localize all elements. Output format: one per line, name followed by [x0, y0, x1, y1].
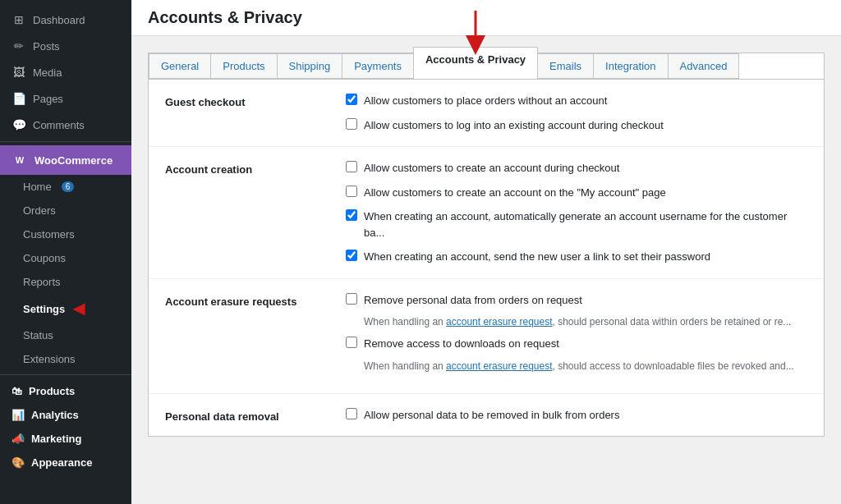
guest-checkout-section: Guest checkout Allow customers to place … [149, 80, 824, 147]
sidebar-item-home[interactable]: Home 6 [0, 175, 131, 199]
content-area: General Products Shipping Payments Acc [131, 36, 841, 453]
media-icon: 🖼 [11, 65, 26, 80]
tab-accounts-privacy[interactable]: Accounts & Privacy [413, 47, 538, 72]
orders-label: Orders [23, 204, 56, 217]
personal-data-checkbox-1[interactable] [346, 408, 357, 419]
sidebar-item-label: Pages [33, 93, 63, 105]
account-erasure-row-1: Remove personal data from orders on requ… [346, 292, 807, 309]
account-creation-row-2: Allow customers to create an account on … [346, 185, 807, 201]
guest-checkout-label-2: Allow customers to log into an existing … [364, 117, 664, 134]
account-creation-label-2: Allow customers to create an account on … [364, 185, 666, 201]
tab-emails[interactable]: Emails [537, 53, 594, 79]
sidebar-item-extensions[interactable]: Extensions [0, 347, 131, 371]
account-creation-section: Account creation Allow customers to crea… [149, 147, 824, 279]
account-creation-checkbox-2[interactable] [346, 186, 357, 197]
marketing-label: Marketing [31, 433, 81, 445]
account-creation-label-4: When creating an account, send the new u… [364, 249, 710, 265]
guest-checkout-row-1: Allow customers to place orders without … [346, 93, 807, 109]
sidebar-item-comments[interactable]: 💬 Comments [0, 112, 131, 138]
guest-checkout-label-1: Allow customers to place orders without … [364, 93, 607, 109]
account-erasure-label-2: Remove access to downloads on request [364, 336, 559, 352]
account-creation-content: Allow customers to create an account dur… [346, 160, 807, 265]
account-erasure-help-1: When handling an account erasure request… [346, 316, 807, 328]
personal-data-row-1: Allow personal data to be removed in bul… [346, 407, 807, 424]
account-erasure-help-2: When handling an account erasure request… [346, 360, 807, 372]
products-label: Products [29, 385, 75, 397]
dashboard-icon: ⊞ [11, 12, 26, 27]
account-creation-row-3: When creating an account, automatically … [346, 208, 807, 241]
account-erasure-checkbox-1[interactable] [346, 293, 357, 305]
sidebar-item-label: Posts [33, 40, 60, 53]
sidebar-item-reports[interactable]: Reports [0, 270, 131, 294]
tab-integration[interactable]: Integration [593, 53, 668, 79]
tab-payments[interactable]: Payments [342, 53, 414, 79]
coupons-label: Coupons [23, 252, 66, 264]
erasure-request-link-2[interactable]: account erasure request [446, 360, 552, 372]
woo-icon: W [11, 152, 28, 168]
account-creation-label-3: When creating an account, automatically … [364, 208, 807, 241]
analytics-icon: 📊 [11, 409, 25, 421]
appearance-icon: 🎨 [11, 456, 25, 469]
tab-shipping[interactable]: Shipping [277, 53, 343, 79]
page-header: Accounts & Privacy [131, 0, 841, 36]
account-creation-checkbox-1[interactable] [346, 161, 357, 172]
sidebar: ⊞ Dashboard ✏ Posts 🖼 Media 📄 Pages 💬 Co… [0, 0, 131, 504]
sidebar-item-label: Dashboard [33, 14, 85, 26]
analytics-label: Analytics [31, 409, 79, 421]
home-badge: 6 [62, 181, 75, 192]
woocommerce-submenu: Home 6 Orders Customers Coupons Reports … [0, 175, 131, 371]
products-icon: 🛍 [11, 385, 22, 397]
account-erasure-section: Account erasure requests Remove personal… [149, 279, 824, 394]
sidebar-item-status[interactable]: Status [0, 323, 131, 347]
settings-tabs: General Products Shipping Payments Acc [148, 53, 825, 80]
sidebar-appearance[interactable]: 🎨 Appearance [0, 450, 131, 474]
customers-label: Customers [23, 228, 75, 241]
sidebar-item-pages[interactable]: 📄 Pages [0, 85, 131, 112]
appearance-label: Appearance [31, 456, 92, 469]
sidebar-item-dashboard[interactable]: ⊞ Dashboard [0, 7, 131, 33]
sidebar-item-posts[interactable]: ✏ Posts [0, 33, 131, 59]
account-erasure-title: Account erasure requests [165, 292, 329, 308]
settings-table: Guest checkout Allow customers to place … [148, 80, 825, 437]
guest-checkout-checkbox-2[interactable] [346, 118, 357, 130]
sidebar-item-label: Comments [33, 119, 85, 131]
tab-products[interactable]: Products [210, 53, 277, 79]
sidebar-analytics[interactable]: 📊 Analytics [0, 402, 131, 426]
sidebar-item-label: Media [33, 66, 62, 79]
sidebar-products[interactable]: 🛍 Products [0, 378, 131, 402]
account-creation-title: Account creation [165, 160, 329, 176]
sidebar-woocommerce[interactable]: W WooCommerce [0, 145, 131, 175]
settings-label: Settings [23, 303, 65, 315]
extensions-label: Extensions [23, 353, 76, 365]
personal-data-title: Personal data removal [165, 407, 329, 423]
account-erasure-checkbox-2[interactable] [346, 337, 357, 348]
reports-label: Reports [23, 276, 61, 288]
tab-advanced[interactable]: Advanced [668, 53, 740, 79]
sidebar-item-orders[interactable]: Orders [0, 199, 131, 222]
sidebar-marketing[interactable]: 📣 Marketing [0, 426, 131, 450]
account-erasure-content: Remove personal data from orders on requ… [346, 292, 807, 380]
account-creation-row-1: Allow customers to create an account dur… [346, 160, 807, 176]
personal-data-content: Allow personal data to be removed in bul… [346, 407, 807, 424]
settings-arrow: ◀ [73, 300, 85, 318]
account-creation-checkbox-3[interactable] [346, 209, 357, 221]
guest-checkout-row-2: Allow customers to log into an existing … [346, 117, 807, 134]
sidebar-item-customers[interactable]: Customers [0, 222, 131, 246]
tab-general[interactable]: General [149, 53, 211, 79]
marketing-icon: 📣 [11, 433, 25, 445]
erasure-request-link-1[interactable]: account erasure request [446, 316, 552, 328]
personal-data-section: Personal data removal Allow personal dat… [149, 394, 824, 437]
page-title: Accounts & Privacy [148, 8, 825, 27]
account-creation-checkbox-4[interactable] [346, 250, 357, 261]
sidebar-item-coupons[interactable]: Coupons [0, 246, 131, 270]
account-erasure-row-2: Remove access to downloads on request [346, 336, 807, 352]
account-erasure-label-1: Remove personal data from orders on requ… [364, 292, 582, 309]
guest-checkout-content: Allow customers to place orders without … [346, 93, 807, 133]
status-label: Status [23, 329, 53, 341]
comments-icon: 💬 [11, 117, 26, 132]
sidebar-item-media[interactable]: 🖼 Media [0, 59, 131, 85]
sidebar-item-settings[interactable]: Settings ◀ [0, 294, 131, 323]
tabs-container: General Products Shipping Payments Acc [149, 53, 824, 79]
guest-checkout-checkbox-1[interactable] [346, 94, 357, 105]
posts-icon: ✏ [11, 39, 26, 53]
